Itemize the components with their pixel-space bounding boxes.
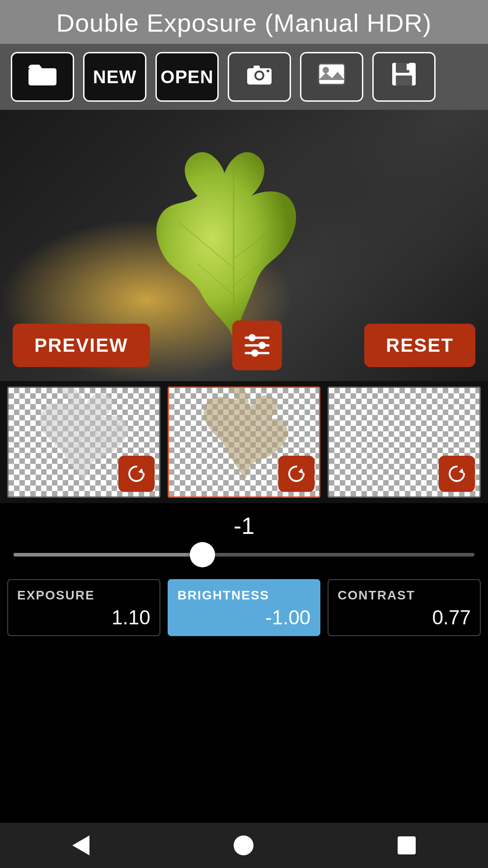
- save-button[interactable]: [372, 52, 436, 102]
- slider-value: -1: [234, 513, 254, 539]
- slider-track[interactable]: [14, 553, 474, 557]
- slider-fill: [14, 553, 202, 557]
- image-icon: [318, 63, 346, 91]
- bottom-nav: [0, 823, 488, 868]
- header: Double Exposure (Manual HDR): [0, 0, 488, 44]
- recent-button[interactable]: [398, 836, 416, 854]
- image-area: PREVIEW RESET: [0, 110, 488, 381]
- svg-marker-29: [459, 468, 464, 474]
- reset-icon-3: [447, 464, 467, 484]
- svg-point-22: [258, 342, 266, 349]
- svg-point-3: [256, 72, 263, 79]
- exposure-box[interactable]: EXPOSURE 1.10: [7, 579, 160, 636]
- recent-icon: [398, 836, 416, 854]
- image-controls: PREVIEW RESET: [0, 321, 488, 370]
- thumb-reset-3[interactable]: [439, 456, 475, 492]
- app-title: Double Exposure (Manual HDR): [9, 8, 479, 38]
- exposure-label: EXPOSURE: [17, 588, 150, 603]
- back-button[interactable]: [72, 835, 89, 855]
- camera-button[interactable]: [228, 52, 291, 102]
- svg-rect-12: [407, 64, 409, 70]
- new-label: NEW: [93, 67, 136, 87]
- value-display: -1: [0, 503, 488, 544]
- reset-icon-2: [286, 464, 306, 484]
- contrast-label: CONTRAST: [338, 588, 471, 603]
- param-row: EXPOSURE 1.10 BRIGHTNESS -1.00 CONTRAST …: [0, 570, 488, 645]
- slider-thumb[interactable]: [190, 542, 215, 567]
- sliders-icon: [242, 330, 272, 360]
- reset-button[interactable]: RESET: [364, 324, 475, 367]
- camera-icon: [245, 63, 273, 91]
- contrast-value: 0.77: [338, 606, 471, 629]
- thumb-reset-2[interactable]: [278, 456, 314, 492]
- sliders-button[interactable]: [232, 321, 282, 370]
- image-button[interactable]: [300, 52, 363, 102]
- brightness-value: -1.00: [178, 606, 311, 629]
- thumb-reset-1[interactable]: [118, 456, 155, 492]
- svg-point-8: [323, 67, 329, 73]
- svg-point-20: [249, 334, 256, 341]
- toolbar: NEW OPEN: [0, 44, 488, 110]
- svg-rect-6: [319, 64, 345, 85]
- open-button[interactable]: OPEN: [155, 52, 219, 102]
- folder-icon: [28, 63, 56, 91]
- reset-icon-1: [127, 464, 146, 484]
- svg-point-24: [251, 349, 258, 357]
- brightness-label: BRIGHTNESS: [178, 588, 311, 603]
- back-icon: [72, 835, 89, 855]
- contrast-box[interactable]: CONTRAST 0.77: [328, 579, 481, 636]
- open-label: OPEN: [160, 67, 213, 87]
- new-button[interactable]: NEW: [83, 52, 146, 102]
- thumbnail-2[interactable]: [168, 387, 321, 498]
- preview-button[interactable]: PREVIEW: [13, 324, 150, 367]
- thumbnail-strip: [0, 381, 488, 503]
- slider-area: [0, 544, 488, 570]
- svg-rect-11: [396, 75, 412, 85]
- thumbnail-3[interactable]: [328, 387, 481, 498]
- exposure-value: 1.10: [17, 606, 150, 629]
- brightness-box[interactable]: BRIGHTNESS -1.00: [168, 579, 321, 636]
- svg-rect-4: [253, 66, 260, 69]
- home-button[interactable]: [234, 835, 253, 855]
- folder-button[interactable]: [11, 52, 74, 102]
- thumbnail-1[interactable]: [7, 387, 160, 498]
- svg-marker-28: [298, 468, 304, 474]
- svg-rect-0: [28, 68, 56, 85]
- svg-marker-26: [138, 468, 144, 474]
- save-icon: [391, 62, 417, 92]
- svg-point-5: [267, 70, 269, 72]
- home-icon: [234, 835, 253, 855]
